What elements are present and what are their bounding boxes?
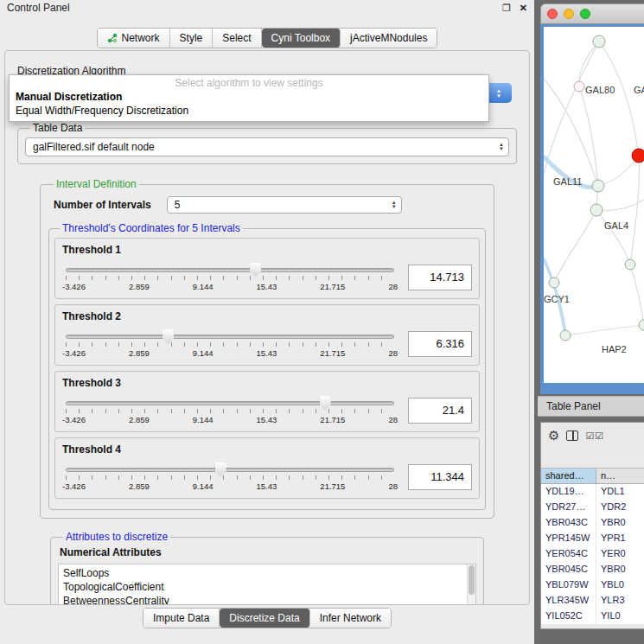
threshold-value-field[interactable]: 6.316 bbox=[408, 331, 472, 357]
network-node[interactable] bbox=[625, 259, 635, 270]
table-row[interactable]: YER054CYER0 bbox=[541, 546, 644, 562]
thresholds-group: Threshold's Coordinates for 5 Intervals … bbox=[48, 222, 486, 510]
table-cell: YBR043C bbox=[541, 515, 596, 531]
table-cell: YBL0 bbox=[596, 577, 644, 593]
network-node[interactable] bbox=[639, 320, 644, 330]
list-item[interactable]: TopologicalCoefficient bbox=[63, 580, 465, 594]
scale-label: -3.426 bbox=[62, 282, 86, 291]
tab-label: Discretize Data bbox=[229, 612, 299, 624]
tab-infer-network[interactable]: Infer Network bbox=[310, 609, 391, 628]
bottom-tab-group: Impute Data Discretize Data Infer Networ… bbox=[143, 608, 392, 628]
list-scrollbar[interactable] bbox=[467, 564, 475, 605]
scrollbar-thumb[interactable] bbox=[469, 565, 475, 595]
slider-scale: -3.4262.8599.14415.4321.71528 bbox=[62, 348, 398, 358]
table-data-value: galFiltered.sif default node bbox=[26, 141, 494, 153]
table-row[interactable]: YBR045CYBR0 bbox=[541, 562, 644, 577]
table-panel-titlebar: Table Panel bbox=[538, 396, 644, 417]
scale-label: 9.144 bbox=[193, 282, 214, 291]
table-cell: YDR27… bbox=[541, 500, 596, 515]
top-tab-bar: Network Style Select Cyni Toolbox jActiv… bbox=[0, 28, 534, 48]
table-row[interactable]: YBL079WYBL0 bbox=[541, 577, 644, 593]
network-node[interactable] bbox=[560, 330, 571, 341]
tab-jactivemnodules[interactable]: jActiveMNodules bbox=[341, 29, 437, 48]
table-cell: YLR345W bbox=[541, 593, 596, 609]
network-node[interactable] bbox=[549, 277, 559, 288]
tab-label: Impute Data bbox=[153, 612, 209, 624]
list-item[interactable]: BetweennessCentrality bbox=[63, 594, 465, 605]
scale-label: 2.859 bbox=[129, 481, 150, 491]
attributes-group: Attributes to discretize Numerical Attri… bbox=[50, 531, 484, 605]
column-header-shared-name[interactable]: shared… bbox=[541, 469, 596, 483]
threshold-slider[interactable] bbox=[66, 468, 394, 472]
numerical-attributes-list[interactable]: SelfLoopsTopologicalCoefficientBetweenne… bbox=[58, 564, 476, 605]
threshold-panel: Threshold 2 -3.4262.8599.14415.4321.7152… bbox=[54, 304, 480, 366]
network-node-red[interactable] bbox=[632, 149, 644, 163]
list-item[interactable]: SelfLoops bbox=[63, 566, 465, 580]
network-node[interactable] bbox=[593, 35, 605, 48]
scale-label: 21.715 bbox=[320, 481, 345, 491]
tab-discretize-data[interactable]: Discretize Data bbox=[220, 609, 309, 628]
close-icon[interactable]: ✕ bbox=[520, 3, 527, 14]
checkbox-icons[interactable]: ☑☑ bbox=[585, 430, 604, 442]
column-header-name[interactable]: n… bbox=[596, 469, 644, 483]
table-row[interactable]: YIL052CYIL0 bbox=[541, 609, 644, 624]
slider-ticks bbox=[66, 475, 394, 480]
table-row[interactable]: YLR345WYLR3 bbox=[541, 593, 644, 609]
network-canvas[interactable]: GAL80 GA GAL11 GAL4 GCY1 HAP2 bbox=[544, 27, 644, 383]
scale-label: 9.144 bbox=[193, 348, 214, 358]
numerical-attributes-label: Numerical Attributes bbox=[60, 546, 476, 558]
threshold-value-field[interactable]: 14.713 bbox=[408, 265, 472, 290]
combobox-stepper-icon[interactable]: ▲▼ bbox=[494, 143, 508, 151]
tab-cyni-toolbox[interactable]: Cyni Toolbox bbox=[262, 29, 341, 48]
scale-label: 15.43 bbox=[257, 282, 277, 291]
slider-ticks bbox=[66, 342, 394, 347]
table-cell: YBR045C bbox=[541, 562, 596, 577]
table-row[interactable]: YPR145WYPR1 bbox=[541, 531, 644, 546]
tab-style[interactable]: Style bbox=[170, 29, 214, 48]
network-view-window: GAL80 GA GAL11 GAL4 GCY1 HAP2 bbox=[540, 3, 644, 394]
algorithm-combobox-stepper[interactable]: ▲▼ bbox=[486, 83, 512, 103]
table-row[interactable]: YBR043CYBR0 bbox=[541, 515, 644, 531]
combobox-stepper-icon[interactable]: ▲▼ bbox=[387, 201, 401, 209]
table-header-row: shared… n… bbox=[541, 468, 644, 484]
interval-definition-title: Interval Definition bbox=[54, 178, 139, 190]
threshold-slider[interactable] bbox=[66, 268, 394, 272]
number-of-intervals-row: Number of Intervals 5 ▲▼ bbox=[54, 196, 486, 214]
tab-label: Infer Network bbox=[320, 612, 381, 624]
threshold-label: Threshold 2 bbox=[62, 310, 472, 322]
scale-label: 15.43 bbox=[257, 348, 277, 358]
network-node[interactable] bbox=[574, 81, 584, 92]
float-window-icon[interactable]: ❐ bbox=[502, 3, 511, 14]
dropdown-option-manual-discretization[interactable]: Manual Discretization bbox=[13, 90, 485, 104]
scale-label: -3.426 bbox=[62, 481, 86, 491]
right-panel-area: GAL80 GA GAL11 GAL4 GCY1 HAP2 Table Pane… bbox=[538, 0, 644, 644]
table-cell: YPR1 bbox=[596, 531, 644, 546]
dropdown-option-equal-width-frequency[interactable]: Equal Width/Frequency Discretization bbox=[13, 104, 485, 118]
threshold-value-field[interactable]: 11.344 bbox=[408, 464, 472, 490]
tab-impute-data[interactable]: Impute Data bbox=[143, 609, 220, 628]
number-of-intervals-combobox[interactable]: 5 ▲▼ bbox=[167, 196, 402, 214]
table-cell: YPR145W bbox=[541, 531, 596, 546]
threshold-panel: Threshold 1 -3.4262.8599.14415.4321.7152… bbox=[54, 238, 480, 299]
table-row[interactable]: YDR27…YDR2 bbox=[541, 500, 644, 515]
table-row[interactable]: YDL19…YDL1 bbox=[541, 484, 644, 500]
threshold-value-field[interactable]: 21.4 bbox=[408, 398, 472, 424]
mac-zoom-button[interactable] bbox=[580, 9, 590, 19]
scale-label: 21.715 bbox=[320, 415, 345, 424]
tab-select[interactable]: Select bbox=[213, 29, 261, 48]
network-node[interactable] bbox=[590, 204, 603, 216]
threshold-slider[interactable] bbox=[66, 401, 394, 405]
table-data-combobox[interactable]: galFiltered.sif default node ▲▼ bbox=[25, 137, 509, 156]
mac-minimize-button[interactable] bbox=[564, 9, 574, 19]
mac-close-button[interactable] bbox=[547, 9, 558, 19]
tab-network[interactable]: Network bbox=[98, 29, 170, 48]
table-data-group-title: Table Data bbox=[30, 122, 85, 134]
screen: Control Panel ❐ ✕ Network bbox=[0, 0, 644, 644]
columns-icon[interactable] bbox=[566, 430, 578, 441]
tab-label: Cyni Toolbox bbox=[271, 32, 330, 44]
network-node[interactable] bbox=[592, 180, 604, 192]
threshold-slider[interactable] bbox=[66, 335, 394, 339]
gear-icon[interactable]: ⚙ bbox=[548, 428, 559, 443]
slider-ticks bbox=[66, 276, 394, 280]
control-panel-window: Control Panel ❐ ✕ Network bbox=[0, 0, 534, 644]
